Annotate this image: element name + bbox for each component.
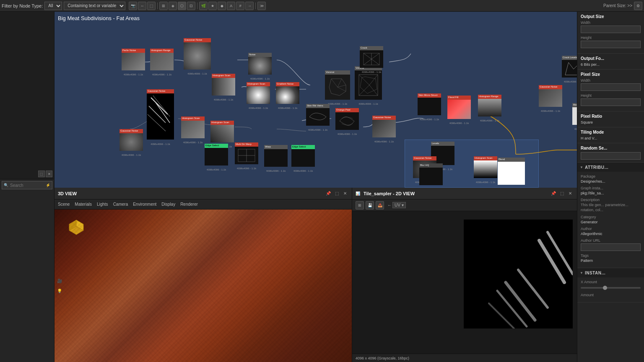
node-hist-scan-2[interactable]: Histogram Scan 4096x4096 - 1.1k xyxy=(212,74,235,96)
icon-star[interactable]: ★ xyxy=(208,2,217,10)
filter-text-select[interactable]: Containing text or variable xyxy=(64,2,125,10)
view-2d-close-btn[interactable]: ✕ xyxy=(567,190,574,197)
node-perlin-noise[interactable]: Perlin Noise 4096x4096 - 1.1k xyxy=(122,49,145,70)
view-3d-pin-btn[interactable]: 📌 xyxy=(325,190,332,197)
graph-canvas[interactable]: Perlin Noise 4096x4096 - 1.1k Histogram … xyxy=(55,12,577,188)
node-hist-scan-5[interactable]: Histogram Scan 4096x4096 - 1.1k xyxy=(210,121,234,142)
width-field: Width xyxy=(581,21,641,33)
node-blend-white[interactable]: Blend 4096x4096 - 1.1k xyxy=(498,158,525,185)
2d-save-btn[interactable]: 💾 xyxy=(366,201,374,209)
icon-node[interactable]: ◈ xyxy=(169,2,177,10)
instance-header[interactable]: ▼ INSTAN... xyxy=(577,268,644,277)
node-hist-range-right[interactable]: Histogram Range 4096x4096 - 1.1k xyxy=(478,95,501,116)
node-gaussian-far-right[interactable]: Gaussian Noise 4096x4096 - 1.1k xyxy=(539,85,562,107)
icon-camera[interactable]: 📷 xyxy=(129,2,137,10)
pixel-width-field: Width xyxy=(581,78,641,91)
search-input[interactable] xyxy=(10,183,44,188)
height-field: Height xyxy=(581,36,641,48)
attributes-header[interactable]: ▼ ATTRIBU... xyxy=(577,163,644,172)
node-blur[interactable]: Blur HQ xyxy=(419,163,443,185)
node-crack-levels[interactable]: Crack Levels 4096x4096 - 1.1k xyxy=(562,56,577,78)
icon-view[interactable]: ⊡ xyxy=(187,2,195,10)
node-hist-scan-sel[interactable]: Histogram Scan 4096x4096 - 1.1k xyxy=(474,156,497,178)
author-url-input[interactable] xyxy=(581,243,641,251)
filter-type-select[interactable]: All xyxy=(44,2,62,10)
node-flood-fill[interactable]: Flood Fill 4096x4096 - 1.1k xyxy=(447,96,471,119)
description-label: Description xyxy=(581,198,641,202)
icon-grid[interactable]: ⊞ xyxy=(159,2,168,10)
icon-a[interactable]: A xyxy=(227,2,235,10)
filter-icon[interactable]: ⚡ xyxy=(46,183,50,187)
node-gaussian-right[interactable]: Gaussian Noise 4096x4096 - 1.1k xyxy=(372,116,396,137)
node-gradient-noise[interactable]: Gradient Noise 4096x4096 - 1.1k xyxy=(276,82,299,104)
separator-2 xyxy=(197,3,197,9)
view-3d-close-btn[interactable]: ✕ xyxy=(342,190,348,197)
icon-settings[interactable]: ⚙ xyxy=(634,2,642,10)
icon-leaf[interactable]: 🌿 xyxy=(199,2,208,10)
menu-lights[interactable]: Lights xyxy=(97,202,108,207)
menu-materials[interactable]: Materials xyxy=(75,202,92,207)
node-skin-rib[interactable]: Skin Rib Veins 4096x4096 - 1.1k xyxy=(306,104,330,126)
icon-move[interactable]: ↔ xyxy=(138,2,146,10)
menu-environment[interactable]: Environment xyxy=(133,202,156,207)
menu-renderer[interactable]: Renderer xyxy=(180,202,198,207)
sidebar-top-preview: ⬚ ✕ xyxy=(0,12,54,179)
view-2d-header: 📊 Tile_sampler - 2D VIEW 📌 ⬚ ✕ xyxy=(352,188,577,199)
view-3d-expand-btn[interactable]: ⬚ xyxy=(333,190,340,197)
node-hist-scan-3[interactable]: Histogram Scan 4096x4096 - 1.1k xyxy=(247,82,270,104)
sidebar-close-btn[interactable]: ✕ xyxy=(46,171,52,177)
node-voronoi-1[interactable]: Voronoi 4096x4096 - 1.1k xyxy=(325,70,350,100)
node-histogram-range[interactable]: Histogram Range 4096x4096 - 1.1k xyxy=(150,49,174,70)
node-red-large[interactable]: Gaussian Noise 4096x4096 - 1.1k xyxy=(147,89,174,140)
pixel-height-input[interactable] xyxy=(581,98,641,106)
node-rib-bottom[interactable]: Gaussian Noise 4096x4096 - 1.1k xyxy=(119,129,143,151)
menu-display[interactable]: Display xyxy=(161,202,175,207)
node-orange-peel[interactable]: Orange Peel 4096x4096 - 1.1k xyxy=(335,108,359,130)
view-2d-content[interactable] xyxy=(352,211,577,354)
category-label: Category xyxy=(581,215,641,219)
view-2d-pin-btn[interactable]: 📌 xyxy=(550,190,557,197)
node-edge-select-1[interactable]: Edge Select 4096x4096 - 1.1k xyxy=(205,144,228,165)
menu-scene[interactable]: Scene xyxy=(58,202,70,207)
node-crack[interactable]: Crack 4096x4096 - 1.1k xyxy=(360,46,383,68)
menu-camera[interactable]: Camera xyxy=(113,202,128,207)
uv-back-icon[interactable]: ← xyxy=(387,203,392,207)
node-noise-grey[interactable]: Noise 4096x4096 - 1.1k xyxy=(248,53,272,75)
status-text: 4096 x 4096 (Grayscale, 16bpc) xyxy=(356,356,409,360)
pixel-width-input[interactable] xyxy=(581,83,641,91)
view-2d-expand-btn[interactable]: ⬚ xyxy=(558,190,565,197)
uv-selector[interactable]: ← UV ▾ xyxy=(387,202,406,208)
random-seed-input[interactable] xyxy=(581,152,641,160)
view-3d-content[interactable]: 🎥 💡 xyxy=(55,209,352,362)
svg-line-19 xyxy=(148,114,166,131)
icon-expand[interactable]: ≫ xyxy=(257,2,266,10)
height-label: Height xyxy=(581,36,641,40)
2d-export-btn[interactable]: 📤 xyxy=(376,201,384,209)
uv-label[interactable]: UV ▾ xyxy=(392,202,406,208)
svg-line-7 xyxy=(369,75,378,85)
node-edge-select-2[interactable]: Edge Select 4096x4096 - 1.1k xyxy=(291,145,315,167)
icon-select[interactable]: ⬚ xyxy=(147,2,156,10)
node-warp[interactable]: Warp 4096x4096 - 1.1k xyxy=(264,145,288,167)
svg-line-16 xyxy=(149,106,166,123)
sidebar-collapse-btn[interactable]: ⬚ xyxy=(38,171,45,177)
icon-num[interactable]: # xyxy=(236,2,244,10)
icon-graph[interactable]: ⬡ xyxy=(178,2,186,10)
node-hist-scan-4[interactable]: Histogram Scan 4096x4096 - 1.1k xyxy=(181,116,205,138)
icon-arrow[interactable]: → xyxy=(245,2,254,10)
height-input[interactable] xyxy=(581,41,641,48)
tiling-mode-section: Tiling Mode H and V... xyxy=(577,127,644,143)
node-graph[interactable]: Big Meat Subdivisions - Fat Areas xyxy=(55,12,577,188)
tiling-mode-value: H and V... xyxy=(581,136,641,140)
node-gaussian-top[interactable]: Gaussian Noise 4096x4096 - 1.1k xyxy=(184,38,211,70)
node-multi-dir[interactable]: Multi Dir Warp 4096x4096 - 1.1k xyxy=(235,142,258,164)
pixel-width-label: Width xyxy=(581,78,641,83)
x-amount-slider[interactable] xyxy=(581,287,641,289)
node-skin-micro[interactable]: Skin Micro Struct 4096x4096 - 1.1k xyxy=(418,93,441,115)
output-size-title: Output Size xyxy=(581,14,641,19)
output-size-section: Output Size Width Height xyxy=(577,12,644,54)
icon-diamond[interactable]: ◆ xyxy=(218,2,226,10)
width-input[interactable] xyxy=(581,26,641,33)
node-blend-far[interactable]: Blend 4096x4096 - 1.1k xyxy=(572,103,577,125)
2d-grid-btn[interactable]: ⊞ xyxy=(356,201,364,209)
